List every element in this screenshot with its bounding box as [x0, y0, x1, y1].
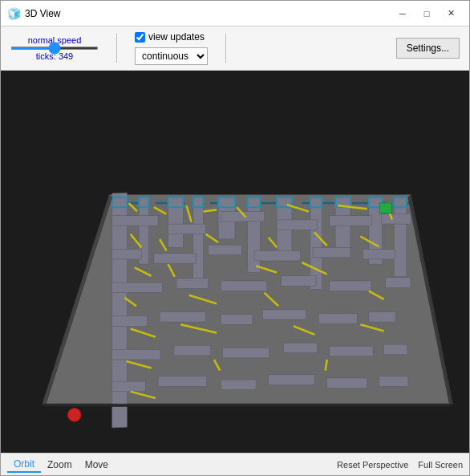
view-updates-group: view updates: [135, 31, 208, 43]
title-bar-buttons: ─ □ ✕: [391, 2, 463, 25]
svg-rect-47: [283, 343, 317, 353]
svg-rect-19: [394, 197, 407, 277]
svg-rect-25: [382, 214, 411, 225]
update-mode-select[interactable]: continuous on demand manual: [135, 47, 208, 65]
svg-rect-20: [112, 216, 158, 226]
svg-rect-53: [269, 375, 314, 385]
svg-rect-14: [248, 197, 261, 273]
status-actions: Reset Perspective Full Screen: [337, 460, 463, 470]
3d-view-area[interactable]: [1, 71, 469, 453]
view-updates-label: view updates: [148, 31, 205, 43]
title-bar: 🧊 3D View ─ □ ✕: [1, 1, 469, 26]
svg-rect-43: [369, 312, 395, 323]
main-window: 🧊 3D View ─ □ ✕ normal speed ticks: 349 …: [0, 0, 470, 476]
svg-rect-34: [221, 281, 266, 291]
svg-rect-39: [160, 312, 205, 323]
svg-rect-46: [222, 348, 269, 358]
toolbar-divider-1: [116, 34, 117, 63]
svg-rect-33: [176, 279, 209, 289]
speed-slider[interactable]: [10, 47, 99, 50]
status-tabs: Orbit Zoom Move: [7, 457, 115, 473]
settings-button[interactable]: Settings...: [396, 38, 460, 59]
svg-rect-16: [310, 197, 322, 290]
svg-rect-52: [221, 380, 256, 390]
svg-rect-40: [221, 315, 253, 325]
view-updates-checkbox[interactable]: [135, 32, 145, 43]
reset-perspective-button[interactable]: Reset Perspective: [337, 460, 408, 470]
svg-rect-21: [168, 224, 206, 234]
svg-point-98: [67, 409, 81, 422]
ticks-label: ticks: 349: [36, 51, 73, 61]
app-icon: 🧊: [7, 7, 20, 20]
svg-rect-38: [112, 316, 148, 327]
svg-marker-101: [43, 404, 452, 406]
svg-rect-45: [174, 345, 211, 356]
speed-slider-group: normal speed ticks: 349: [10, 35, 99, 61]
view-controls: view updates continuous on demand manual: [135, 31, 208, 65]
svg-rect-51: [158, 376, 206, 387]
svg-rect-24: [330, 216, 371, 226]
tab-move[interactable]: Move: [79, 457, 115, 473]
svg-rect-36: [330, 281, 371, 291]
svg-rect-41: [262, 309, 306, 319]
svg-rect-23: [277, 220, 317, 230]
svg-rect-55: [379, 376, 408, 387]
svg-rect-29: [254, 250, 300, 261]
maximize-button[interactable]: □: [415, 2, 439, 25]
svg-rect-44: [112, 350, 160, 360]
dropdown-group: continuous on demand manual: [135, 47, 208, 65]
window-title: 3D View: [25, 8, 391, 19]
svg-rect-27: [154, 254, 196, 264]
maze-scene: [1, 71, 469, 453]
svg-rect-31: [363, 249, 395, 259]
svg-rect-50: [112, 381, 146, 392]
svg-rect-54: [327, 378, 367, 389]
fullscreen-button[interactable]: Full Screen: [418, 460, 463, 470]
svg-rect-97: [379, 203, 391, 214]
svg-rect-30: [313, 247, 350, 258]
svg-rect-35: [281, 276, 316, 287]
svg-rect-49: [384, 344, 407, 355]
svg-rect-9: [112, 193, 128, 428]
svg-rect-32: [112, 283, 163, 293]
svg-rect-48: [330, 346, 373, 356]
minimize-button[interactable]: ─: [391, 2, 415, 25]
status-bar: Orbit Zoom Move Reset Perspective Full S…: [1, 453, 469, 475]
svg-rect-12: [193, 197, 204, 281]
svg-rect-37: [386, 278, 411, 288]
tab-zoom[interactable]: Zoom: [41, 457, 79, 473]
close-button[interactable]: ✕: [439, 2, 463, 25]
toolbar-divider-2: [225, 34, 226, 63]
tab-orbit[interactable]: Orbit: [7, 457, 41, 473]
svg-rect-28: [209, 245, 242, 255]
svg-rect-11: [168, 197, 184, 248]
svg-rect-26: [112, 249, 142, 259]
toolbar: normal speed ticks: 349 view updates con…: [1, 26, 469, 71]
svg-rect-42: [318, 314, 357, 324]
